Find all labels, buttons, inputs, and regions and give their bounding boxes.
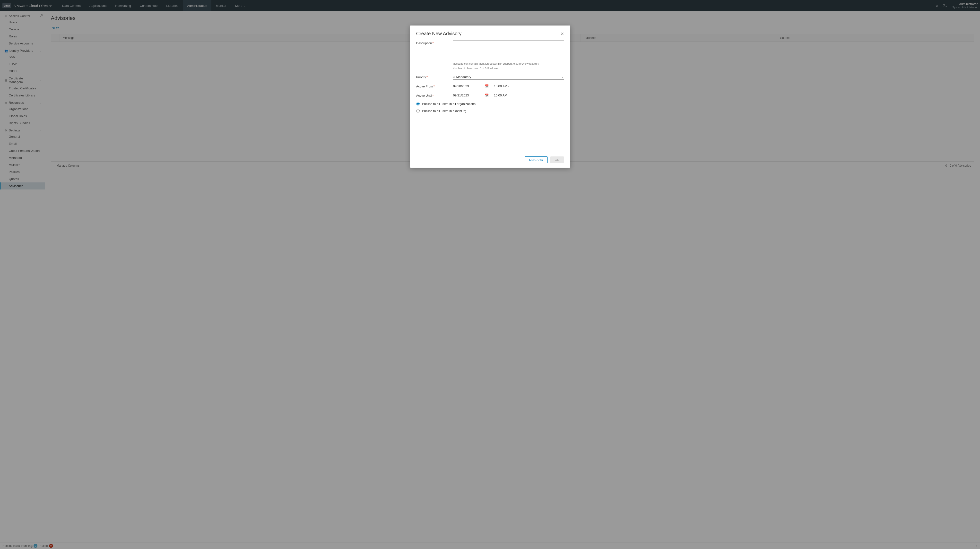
priority-select[interactable]: ⌕ Mandatory ⌄ [453, 75, 564, 80]
modal-title: Create New Advisory [416, 31, 462, 36]
create-advisory-dialog: Create New Advisory ✕ Description* Messa… [410, 25, 570, 168]
calendar-icon[interactable]: 📅 [485, 94, 488, 97]
description-label: Description* [416, 40, 453, 45]
close-icon[interactable]: ✕ [560, 31, 564, 36]
priority-value: Mandatory [457, 75, 561, 79]
publish-org-radio[interactable]: Publish to all users in akashOrg [416, 109, 564, 113]
active-until-date-input[interactable]: 09/21/2023 📅 [453, 93, 489, 98]
active-until-label: Active Until* [416, 93, 453, 97]
calendar-icon[interactable]: 📅 [485, 84, 488, 88]
active-until-time-input[interactable]: 10:00 AM ⌄ [493, 93, 510, 98]
description-help-markdown: Message can contain Mark Dropdown link s… [453, 62, 564, 66]
active-from-time-input[interactable]: 10:00 AM ⌄ [493, 84, 510, 89]
search-icon: ⌕ [453, 75, 455, 78]
modal-overlay: Create New Advisory ✕ Description* Messa… [0, 0, 980, 549]
discard-button[interactable]: DISCARD [525, 156, 548, 163]
description-input[interactable] [453, 40, 564, 60]
radio-checked-icon [416, 102, 420, 105]
ok-button[interactable]: OK [550, 156, 564, 163]
publish-all-radio[interactable]: Publish to all users in all organization… [416, 102, 564, 106]
active-from-label: Active From* [416, 84, 453, 88]
chevron-down-icon: ⌄ [508, 94, 509, 97]
description-help-charcount: Number of characters: 0 of 512 allowed [453, 67, 564, 70]
radio-unchecked-icon [416, 109, 420, 113]
chevron-down-icon: ⌄ [561, 75, 563, 78]
active-from-date-input[interactable]: 09/20/2023 📅 [453, 84, 489, 89]
priority-label: Priority* [416, 75, 453, 79]
chevron-down-icon: ⌄ [508, 85, 509, 87]
